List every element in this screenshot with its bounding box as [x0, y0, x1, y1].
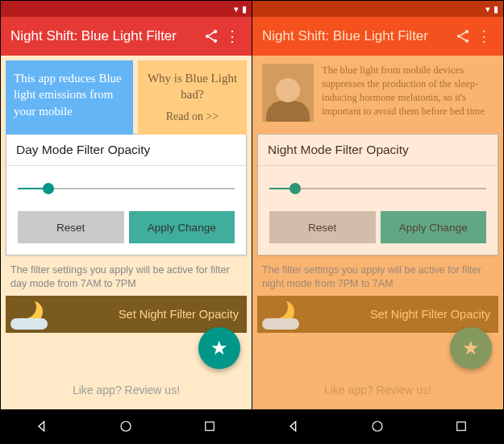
filter-card: Day Mode Filter Opacity Reset Apply Chan… — [6, 134, 247, 255]
svg-rect-9 — [457, 422, 466, 431]
android-navbar — [252, 409, 503, 443]
app-bar: Night Shift: Blue Light Filter ⋮ — [252, 17, 503, 56]
info-card-blue: This app reduces Blue light emissions fr… — [6, 60, 133, 135]
status-bar: ▾ ▮ — [252, 1, 503, 17]
fab-star-button[interactable]: ★ — [198, 327, 240, 369]
nav-recent-icon[interactable] — [452, 417, 470, 435]
hint-text: The filter settings you apply will be ac… — [257, 255, 498, 296]
nav-back-icon[interactable] — [285, 417, 303, 435]
status-bar: ▾ ▮ — [1, 1, 252, 17]
review-link[interactable]: Like app? Review us! — [252, 384, 503, 396]
reset-button[interactable]: Reset — [18, 211, 124, 243]
cloud-icon — [10, 318, 48, 330]
fab-star-button[interactable]: ★ — [450, 327, 492, 369]
app-bar: Night Shift: Blue Light Filter ⋮ — [1, 17, 252, 56]
nav-back-icon[interactable] — [34, 417, 52, 435]
svg-point-8 — [373, 421, 382, 431]
read-on-link[interactable]: Read on >> — [146, 110, 239, 125]
apply-change-button[interactable]: Apply Change — [381, 211, 487, 243]
orange-card-question: Why is Blue Light bad? — [146, 70, 239, 103]
hint-text: The filter settings you apply will be ac… — [6, 255, 247, 296]
filter-header: Night Mode Filter Opacity — [258, 135, 498, 166]
info-card-orange[interactable]: Why is Blue Light bad? Read on >> — [138, 60, 247, 135]
overflow-menu-icon[interactable]: ⋮ — [223, 27, 242, 45]
svg-point-3 — [121, 421, 131, 431]
battery-icon: ▮ — [494, 4, 498, 15]
set-night-filter-bar[interactable]: Set Night Filter Opacity — [257, 296, 498, 333]
overflow-menu-icon[interactable]: ⋮ — [474, 27, 494, 45]
apply-change-button[interactable]: Apply Change — [129, 211, 235, 243]
opacity-slider[interactable] — [18, 181, 235, 197]
android-navbar — [1, 409, 252, 443]
cloud-icon — [262, 318, 299, 330]
nav-recent-icon[interactable] — [201, 417, 219, 435]
app-title: Night Shift: Blue Light Filter — [10, 28, 203, 44]
night-filter-label: Set Night Filter Opacity — [119, 308, 239, 321]
reset-button[interactable]: Reset — [269, 211, 376, 243]
signal-icon: ▾ — [485, 4, 490, 15]
share-icon[interactable] — [455, 28, 474, 44]
blue-light-blurb: The blue light from mobile devices suppr… — [322, 64, 494, 135]
share-icon[interactable] — [203, 28, 223, 44]
nav-home-icon[interactable] — [369, 417, 386, 435]
filter-card: Night Mode Filter Opacity Reset Apply Ch… — [257, 134, 498, 255]
opacity-slider[interactable] — [269, 181, 486, 197]
review-link[interactable]: Like app? Review us! — [1, 384, 252, 396]
nav-home-icon[interactable] — [117, 417, 135, 435]
app-title: Night Shift: Blue Light Filter — [262, 28, 455, 44]
svg-rect-4 — [206, 422, 215, 431]
night-filter-label: Set Night Filter Opacity — [370, 308, 490, 321]
set-night-filter-bar[interactable]: Set Night Filter Opacity — [6, 296, 247, 333]
author-avatar — [262, 64, 314, 122]
filter-header: Day Mode Filter Opacity — [6, 135, 246, 166]
signal-icon: ▾ — [234, 4, 239, 15]
battery-icon: ▮ — [242, 4, 247, 15]
